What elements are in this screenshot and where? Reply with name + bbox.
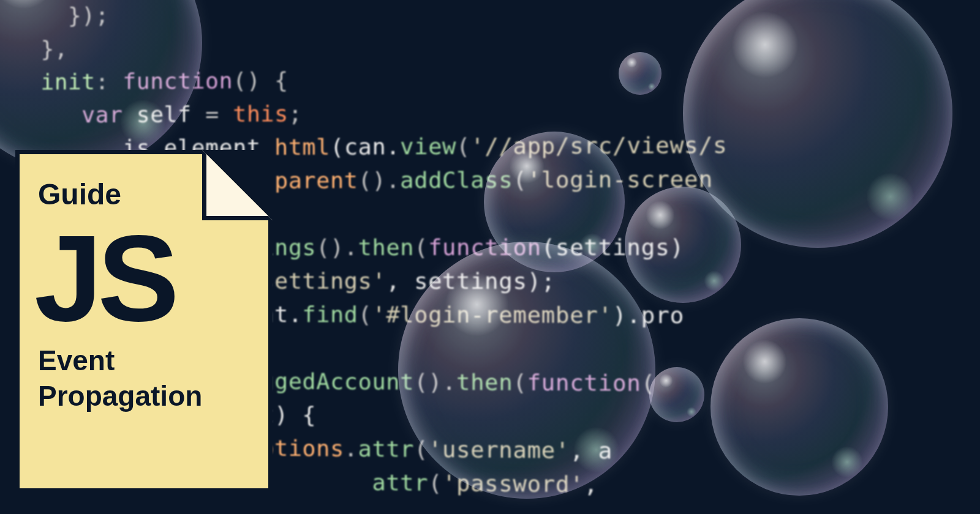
bubble-decoration (625, 187, 741, 303)
card-subtitle: Event Propagation (38, 343, 250, 414)
bubble-decoration (398, 242, 655, 499)
card-subtitle-line1: Event (38, 343, 250, 379)
bubble-decoration (484, 132, 625, 272)
card-label-js: JS (34, 222, 250, 335)
guide-card: Guide JS Event Propagation (15, 150, 273, 493)
bubble-decoration (649, 367, 704, 422)
card-subtitle-line2: Propagation (38, 379, 250, 414)
bubble-decoration (619, 52, 662, 95)
bubble-decoration (710, 318, 888, 496)
